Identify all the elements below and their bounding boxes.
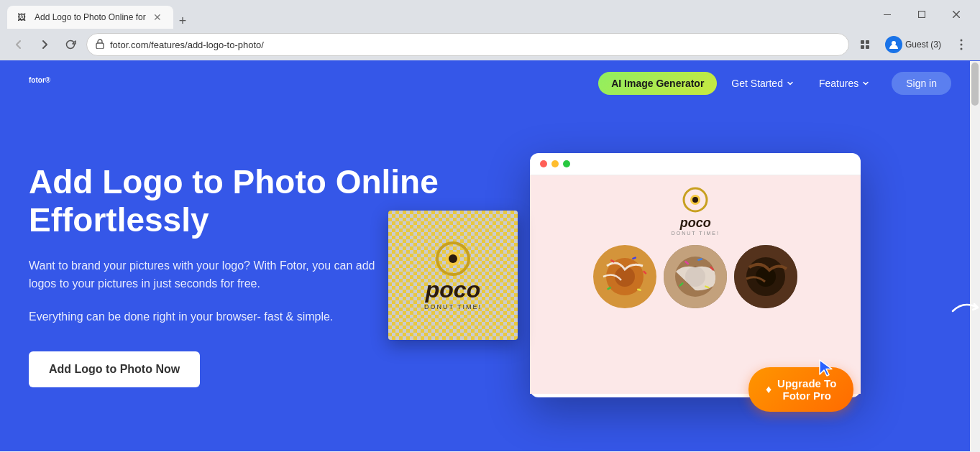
hero-description2: Everything can be done right in your bro…	[29, 308, 403, 326]
site-nav: fotor® AI Image Generator Get Started Fe…	[0, 60, 980, 106]
hero-description: Want to brand your pictures with your lo…	[29, 257, 403, 293]
new-tab-button[interactable]: +	[173, 14, 193, 29]
poco-brand-text: poco	[672, 216, 720, 231]
donut-3	[733, 244, 798, 309]
logo-sup: ®	[45, 76, 50, 84]
user-account-button[interactable]: Guest (3)	[881, 34, 945, 55]
mockup-dot-red	[540, 160, 547, 167]
donut-logo-icon	[435, 241, 471, 277]
svg-point-12	[961, 48, 963, 50]
poco-brand-subtitle-small: DONUT TIME!	[424, 303, 482, 310]
donuts-row	[592, 244, 798, 309]
svg-point-11	[961, 44, 963, 46]
poco-logo-icon	[682, 187, 708, 213]
svg-rect-4	[96, 43, 104, 49]
window-controls	[871, 3, 973, 26]
tab-title: Add Logo to Photo Online for	[35, 12, 146, 22]
browser-titlebar: 🖼 Add Logo to Photo Online for ✕ +	[0, 0, 980, 29]
user-avatar	[885, 36, 902, 53]
close-button[interactable]	[940, 3, 973, 26]
svg-rect-8	[866, 45, 869, 49]
url-input[interactable]	[110, 40, 840, 50]
features-link[interactable]: Features	[809, 72, 880, 95]
minimize-button[interactable]	[871, 3, 904, 26]
poco-logo-main: poco DONUT TIME!	[672, 187, 720, 236]
refresh-button[interactable]	[60, 34, 81, 55]
cursor-svg	[818, 359, 835, 379]
maximize-button[interactable]	[905, 3, 938, 26]
user-label: Guest (3)	[905, 40, 941, 50]
svg-point-18	[692, 197, 698, 203]
svg-rect-6	[866, 40, 869, 44]
sign-in-button[interactable]: Sign in	[892, 72, 951, 95]
browser-mockup: poco DONUT TIME!	[530, 153, 861, 397]
forward-button[interactable]	[35, 34, 55, 55]
hero-visual: poco DONUT TIME!	[460, 153, 875, 397]
address-bar[interactable]	[86, 33, 849, 56]
svg-point-10	[961, 40, 963, 42]
donut-1	[592, 244, 657, 309]
back-button[interactable]	[9, 34, 29, 55]
mockup-dot-green	[563, 160, 570, 167]
poco-brand-subtitle: DONUT TIME!	[672, 231, 720, 236]
arrow-icon	[949, 297, 980, 326]
svg-rect-5	[861, 40, 864, 44]
get-started-link[interactable]: Get Started	[721, 72, 805, 95]
cursor-icon	[818, 359, 835, 383]
nav-links: AI Image Generator Get Started Features …	[598, 72, 951, 95]
tab-favicon-icon: 🖼	[17, 11, 29, 23]
mockup-dot-yellow	[551, 160, 559, 167]
mockup-main: poco DONUT TIME!	[530, 175, 861, 394]
mockup-content: poco DONUT TIME!	[530, 175, 861, 394]
logo-text: fotor	[29, 76, 45, 84]
hero-cta-button[interactable]: Add Logo to Photo Now	[29, 351, 200, 387]
browser-chrome: 🖼 Add Logo to Photo Online for ✕ +	[0, 0, 980, 60]
svg-point-39	[756, 267, 776, 287]
upgrade-button[interactable]: ♦ Upgrade To Fotor Pro	[748, 367, 853, 412]
browser-toolbar: Guest (3)	[0, 29, 980, 60]
tab-close-icon[interactable]: ✕	[152, 11, 163, 23]
browser-tabs: 🖼 Add Logo to Photo Online for ✕ +	[7, 0, 865, 29]
website: fotor® AI Image Generator Get Started Fe…	[0, 60, 980, 451]
extensions-button[interactable]	[855, 34, 875, 55]
scrollbar[interactable]	[970, 61, 980, 451]
scrollbar-thumb[interactable]	[971, 63, 979, 106]
logo-card-content: poco DONUT TIME!	[424, 241, 482, 310]
lock-icon	[96, 39, 104, 51]
ai-image-generator-button[interactable]: AI Image Generator	[598, 72, 717, 95]
mockup-titlebar	[530, 153, 861, 175]
menu-button[interactable]	[951, 34, 971, 55]
donut-2	[663, 244, 728, 309]
site-logo: fotor®	[29, 73, 50, 95]
logo-overlay-card: poco DONUT TIME!	[388, 211, 518, 340]
poco-brand-name: poco	[426, 277, 480, 303]
hero-section: Add Logo to Photo Online Effortlessly Wa…	[0, 106, 980, 451]
svg-rect-7	[861, 45, 864, 49]
browser-tab-active[interactable]: 🖼 Add Logo to Photo Online for ✕	[7, 6, 173, 29]
diamond-icon: ♦	[766, 383, 771, 396]
svg-rect-1	[919, 11, 925, 18]
svg-point-15	[449, 254, 457, 263]
